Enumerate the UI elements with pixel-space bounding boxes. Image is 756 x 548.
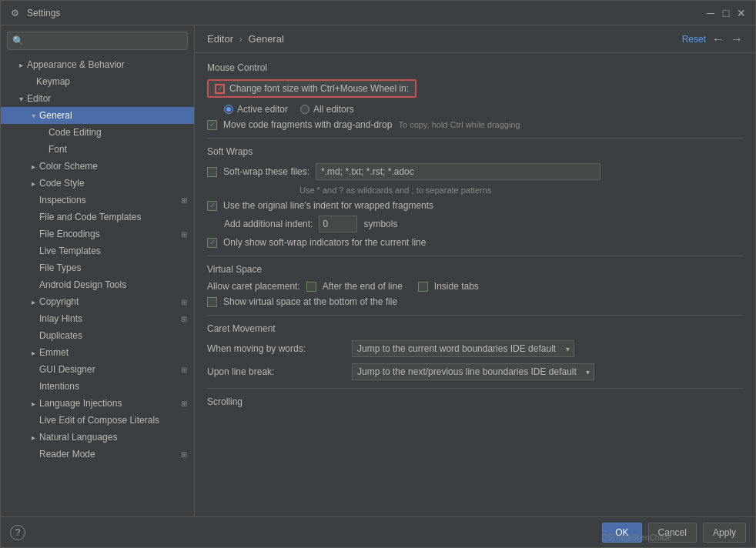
upon-line-break-select[interactable]: Jump to the next/previous line boundarie…: [352, 363, 594, 380]
radio-active-editor-btn[interactable]: [224, 105, 233, 114]
sidebar-label-emmet: Emmet: [39, 347, 69, 358]
breadcrumb-prefix: Editor: [207, 33, 233, 45]
reader-mode-badge: ⊞: [179, 449, 189, 459]
help-button[interactable]: ?: [10, 525, 25, 540]
sidebar-item-file-encodings[interactable]: File Encodings ⊞: [1, 226, 194, 242]
sidebar-item-general[interactable]: General: [1, 107, 194, 124]
soft-wrap-files-label: Soft-wrap these files:: [223, 166, 309, 177]
search-input[interactable]: [27, 35, 182, 46]
sidebar-label-code-editing: Code Editing: [49, 127, 102, 138]
title-bar: ⚙ Settings ─ □ ✕: [1, 1, 755, 25]
sidebar-label-reader-mode: Reader Mode: [39, 449, 95, 459]
window-controls: ─ □ ✕: [704, 7, 748, 19]
radio-active-editor[interactable]: Active editor: [224, 104, 288, 115]
search-box[interactable]: 🔍: [7, 32, 188, 50]
scrolling-title: Scrolling: [207, 396, 743, 407]
sidebar-label-keymap: Keymap: [36, 76, 70, 87]
breadcrumb-separator: ›: [239, 33, 243, 45]
add-indent-input[interactable]: [319, 216, 357, 232]
sidebar-item-color-scheme[interactable]: Color Scheme: [1, 158, 194, 175]
show-virtual-row: Show virtual space at the bottom of the …: [207, 296, 743, 307]
sidebar-item-font[interactable]: Font: [1, 141, 194, 158]
soft-wrap-input[interactable]: [316, 163, 600, 180]
sidebar-item-intentions[interactable]: Intentions: [1, 378, 194, 395]
sidebar-item-file-types[interactable]: File Types: [1, 259, 194, 276]
moving-by-words-dropdown-container: Jump to the current word boundaries IDE …: [352, 340, 574, 357]
sidebar-label-android-design-tools: Android Design Tools: [39, 279, 126, 290]
change-font-label: Change font size with Ctrl+Mouse Wheel i…: [229, 83, 409, 94]
move-code-row: Move code fragments with drag-and-drop T…: [207, 119, 743, 130]
sidebar-label-code-style: Code Style: [39, 178, 85, 189]
add-indent-suffix: symbols: [363, 219, 397, 229]
sidebar-item-live-templates[interactable]: Live Templates: [1, 242, 194, 259]
sidebar-label-gui-designer: GUI Designer: [39, 364, 95, 375]
expand-arrow-language-injections: [28, 399, 38, 408]
radio-all-editors[interactable]: All editors: [300, 104, 354, 115]
sidebar-item-keymap[interactable]: Keymap: [1, 73, 194, 90]
original-indent-checkbox[interactable]: [207, 201, 217, 211]
upon-line-break-dropdown-container: Jump to the next/previous line boundarie…: [352, 363, 594, 380]
upon-line-break-label: Upon line break:: [207, 366, 346, 377]
mouse-control-title: Mouse Control: [207, 62, 743, 73]
sidebar-item-natural-languages[interactable]: Natural Languages: [1, 429, 194, 446]
soft-wrap-checkbox[interactable]: [207, 167, 217, 177]
maximize-button[interactable]: □: [720, 7, 732, 19]
bottom-bar: ? OK Cancel Apply: [1, 516, 755, 547]
add-indent-row: Add additional indent: symbols: [224, 216, 743, 232]
minimize-button[interactable]: ─: [704, 7, 717, 19]
back-button[interactable]: ←: [712, 32, 724, 46]
sidebar-item-file-code-templates[interactable]: File and Code Templates: [1, 209, 194, 226]
sidebar-item-inspections[interactable]: Inspections ⊞: [1, 192, 194, 209]
sidebar-item-duplicates[interactable]: Duplicates: [1, 327, 194, 344]
apply-button[interactable]: Apply: [703, 523, 746, 543]
sidebar-label-color-scheme: Color Scheme: [39, 161, 98, 172]
inside-tabs-checkbox[interactable]: [418, 282, 428, 292]
sidebar-item-android-design-tools[interactable]: Android Design Tools: [1, 276, 194, 293]
sidebar-label-language-injections: Language Injections: [39, 398, 122, 409]
language-injections-badge: ⊞: [179, 398, 189, 409]
show-virtual-label: Show virtual space at the bottom of the …: [223, 296, 397, 307]
breadcrumb-current: General: [249, 33, 284, 45]
original-indent-label: Use the original line's indent for wrapp…: [223, 200, 433, 211]
panel-body: Mouse Control Change font size with Ctrl…: [195, 53, 755, 516]
sidebar-item-emmet[interactable]: Emmet: [1, 344, 194, 361]
sidebar-label-live-templates: Live Templates: [39, 246, 101, 256]
reset-button[interactable]: Reset: [682, 34, 706, 45]
after-end-checkbox[interactable]: [306, 282, 316, 292]
moving-by-words-select[interactable]: Jump to the current word boundaries IDE …: [352, 340, 574, 357]
soft-wrap-files-row: Soft-wrap these files:: [207, 163, 743, 180]
sidebar-item-live-edit-compose[interactable]: Live Edit of Compose Literals: [1, 412, 194, 429]
main-content: 🔍 Appearance & Behavior Keymap Editor: [1, 25, 755, 516]
close-button[interactable]: ✕: [735, 7, 748, 19]
inlay-hints-badge: ⊞: [179, 313, 189, 324]
moving-by-words-label: When moving by words:: [207, 343, 346, 354]
divider-4: [207, 388, 743, 389]
expand-arrow-color-scheme: [28, 162, 38, 171]
show-virtual-checkbox[interactable]: [207, 297, 217, 307]
sidebar-label-file-types: File Types: [39, 262, 81, 273]
sidebar-item-code-editing[interactable]: Code Editing: [1, 124, 194, 141]
change-font-checkbox[interactable]: [215, 84, 225, 94]
settings-window: ⚙ Settings ─ □ ✕ 🔍 Appearance & Behavior: [0, 0, 756, 548]
change-font-row: Change font size with Ctrl+Mouse Wheel i…: [207, 79, 743, 98]
show-indicators-row: Only show soft-wrap indicators for the c…: [207, 237, 743, 248]
sidebar-item-gui-designer[interactable]: GUI Designer ⊞: [1, 361, 194, 378]
forward-button[interactable]: →: [731, 32, 743, 46]
virtual-space-title: Virtual Space: [207, 264, 743, 275]
inside-tabs-label: Inside tabs: [434, 281, 479, 292]
inspections-badge: ⊞: [179, 195, 189, 206]
radio-all-editors-btn[interactable]: [300, 105, 309, 114]
show-indicators-checkbox[interactable]: [207, 238, 217, 248]
sidebar-item-inlay-hints[interactable]: Inlay Hints ⊞: [1, 310, 194, 327]
virtual-space-section: Virtual Space Allow caret placement: Aft…: [207, 264, 743, 307]
sidebar-label-copyright: Copyright: [39, 296, 79, 307]
sidebar-item-appearance[interactable]: Appearance & Behavior: [1, 56, 194, 73]
move-code-checkbox[interactable]: [207, 120, 217, 130]
add-indent-label: Add additional indent:: [224, 219, 313, 229]
sidebar-item-reader-mode[interactable]: Reader Mode ⊞: [1, 446, 194, 463]
sidebar-item-code-style[interactable]: Code Style: [1, 175, 194, 192]
sidebar-item-copyright[interactable]: Copyright ⊞: [1, 293, 194, 310]
sidebar-item-editor[interactable]: Editor: [1, 90, 194, 107]
mouse-control-section: Mouse Control Change font size with Ctrl…: [207, 62, 743, 130]
sidebar-item-language-injections[interactable]: Language Injections ⊞: [1, 395, 194, 412]
